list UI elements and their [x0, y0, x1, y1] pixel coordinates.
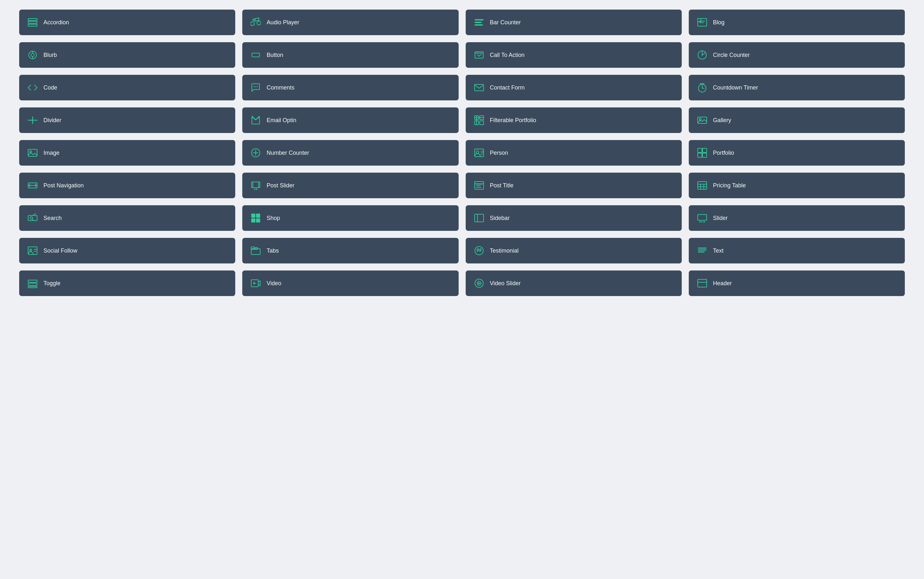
- header-icon: [696, 278, 708, 289]
- divider-label: Divider: [44, 117, 61, 124]
- bar-counter-icon: [473, 16, 485, 28]
- text-icon: [696, 245, 708, 257]
- svg-rect-2: [28, 24, 37, 26]
- social-follow-label: Social Follow: [44, 247, 77, 254]
- button-widget-button[interactable]: Button: [242, 42, 458, 68]
- post-slider-button[interactable]: Post Slider: [242, 173, 458, 198]
- blurb-icon: [27, 49, 38, 61]
- button-label: Button: [266, 52, 283, 59]
- svg-rect-104: [698, 280, 707, 287]
- email-optin-label: Email Optin: [266, 117, 296, 124]
- header-label: Header: [713, 280, 732, 287]
- svg-point-86: [30, 249, 32, 251]
- toggle-icon: [27, 278, 38, 289]
- sidebar-button[interactable]: Sidebar: [466, 205, 682, 231]
- video-slider-button[interactable]: Video Slider: [466, 270, 682, 296]
- portfolio-button[interactable]: Portfolio: [689, 140, 905, 165]
- testimonial-button[interactable]: Testimonial: [466, 238, 682, 263]
- shop-button[interactable]: Shop: [242, 205, 458, 231]
- toggle-button[interactable]: Toggle: [19, 270, 235, 296]
- filterable-portfolio-button[interactable]: Filterable Portfolio: [466, 108, 682, 133]
- svg-point-47: [476, 151, 479, 154]
- svg-point-20: [702, 54, 703, 56]
- divider-icon: [27, 114, 38, 126]
- comments-button[interactable]: Comments: [242, 75, 458, 100]
- accordion-button[interactable]: Accordion: [19, 10, 235, 35]
- slider-button[interactable]: Slider: [689, 205, 905, 231]
- svg-marker-100: [253, 282, 256, 285]
- contact-form-button[interactable]: Contact Form: [466, 75, 682, 100]
- code-label: Code: [44, 84, 57, 91]
- svg-rect-65: [475, 182, 483, 184]
- tabs-label: Tabs: [266, 247, 279, 254]
- post-title-button[interactable]: Post Title: [466, 173, 682, 198]
- svg-rect-53: [698, 153, 702, 157]
- svg-line-32: [256, 117, 260, 120]
- audio-player-icon: [250, 16, 261, 28]
- testimonial-label: Testimonial: [490, 247, 519, 254]
- blog-button[interactable]: Blog: [689, 10, 905, 35]
- svg-point-82: [701, 221, 702, 222]
- filterable-portfolio-icon: [473, 114, 485, 126]
- svg-rect-79: [475, 214, 483, 222]
- divider-button[interactable]: Divider: [19, 108, 235, 133]
- toggle-label: Toggle: [44, 280, 60, 287]
- svg-point-59: [254, 189, 255, 190]
- post-slider-icon: [250, 180, 261, 191]
- widget-grid: Accordion Audio Player Bar Counter Blog …: [19, 10, 905, 296]
- email-optin-button[interactable]: Email Optin: [242, 108, 458, 133]
- testimonial-icon: [473, 245, 485, 257]
- svg-marker-103: [478, 282, 481, 284]
- svg-rect-76: [256, 214, 260, 218]
- countdown-timer-button[interactable]: Countdown Timer: [689, 75, 905, 100]
- video-button[interactable]: Video: [242, 270, 458, 296]
- svg-marker-30: [32, 123, 33, 124]
- search-button[interactable]: Search: [19, 205, 235, 231]
- shop-icon: [250, 212, 261, 224]
- audio-player-button[interactable]: Audio Player: [242, 10, 458, 35]
- call-to-action-button[interactable]: Call To Action: [466, 42, 682, 68]
- number-counter-button[interactable]: Number Counter: [242, 140, 458, 165]
- svg-point-21: [254, 86, 255, 87]
- pricing-table-label: Pricing Table: [713, 182, 746, 189]
- person-button[interactable]: Person: [466, 140, 682, 165]
- svg-rect-58: [253, 182, 259, 188]
- code-icon: [27, 82, 38, 93]
- countdown-timer-icon: [696, 82, 708, 93]
- svg-point-22: [255, 86, 256, 87]
- tabs-button[interactable]: Tabs: [242, 238, 458, 263]
- person-icon: [473, 147, 485, 159]
- text-button[interactable]: Text: [689, 238, 905, 263]
- circle-counter-button[interactable]: Circle Counter: [689, 42, 905, 68]
- blurb-button[interactable]: Blurb: [19, 42, 235, 68]
- sidebar-label: Sidebar: [490, 215, 510, 222]
- header-button[interactable]: Header: [689, 270, 905, 296]
- social-follow-button[interactable]: Social Follow: [19, 238, 235, 263]
- gallery-button[interactable]: Gallery: [689, 108, 905, 133]
- video-label: Video: [266, 280, 281, 287]
- svg-rect-0: [28, 18, 37, 20]
- code-button[interactable]: Code: [19, 75, 235, 100]
- svg-rect-77: [251, 218, 255, 222]
- pricing-table-button[interactable]: Pricing Table: [689, 173, 905, 198]
- image-button[interactable]: Image: [19, 140, 235, 165]
- contact-form-icon: [473, 82, 485, 93]
- svg-point-23: [257, 86, 258, 87]
- post-navigation-icon: [27, 180, 38, 191]
- audio-player-label: Audio Player: [266, 19, 299, 26]
- svg-rect-78: [256, 218, 260, 222]
- video-slider-label: Video Slider: [490, 280, 521, 287]
- post-navigation-button[interactable]: Post Navigation: [19, 173, 235, 198]
- svg-rect-24: [475, 84, 483, 91]
- video-icon: [250, 278, 261, 289]
- number-counter-icon: [250, 147, 261, 159]
- countdown-timer-label: Countdown Timer: [713, 84, 758, 91]
- circle-counter-label: Circle Counter: [713, 52, 750, 59]
- portfolio-label: Portfolio: [713, 150, 734, 156]
- comments-label: Comments: [266, 84, 294, 91]
- blog-label: Blog: [713, 19, 725, 26]
- pricing-table-icon: [696, 180, 708, 191]
- svg-rect-36: [480, 121, 483, 125]
- bar-counter-button[interactable]: Bar Counter: [466, 10, 682, 35]
- shop-label: Shop: [266, 215, 280, 222]
